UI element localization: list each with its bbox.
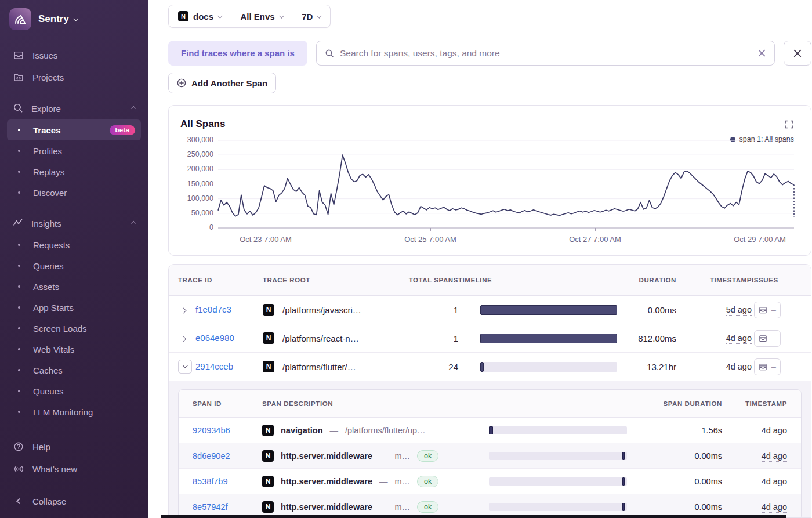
timeline-track[interactable]: [489, 452, 627, 460]
timestamp-value[interactable]: 4d ago: [762, 451, 787, 462]
sidebar-item-help[interactable]: Help: [7, 436, 141, 458]
chevron-down-icon: [317, 13, 322, 18]
sidebar-item-llm-monitoring[interactable]: LLM Monitoring: [7, 401, 141, 422]
column-header-total-spans: Total Spans: [404, 277, 458, 284]
issues-button[interactable]: –: [754, 358, 781, 375]
column-header-span-description: Span Description: [262, 400, 489, 407]
y-tick-label: 0: [169, 223, 213, 231]
sidebar-group-items-insights: RequestsQueriesAssetsApp StartsScreen Lo…: [7, 234, 141, 422]
timeline-track[interactable]: [480, 334, 617, 343]
sidebar-item-what-s-new[interactable]: What's new: [7, 458, 141, 480]
date-range-value: 7D: [302, 12, 313, 21]
span-description-value: /platforms/flutter/up…: [345, 426, 426, 435]
trace-id-link[interactable]: 2914cceb: [195, 361, 233, 371]
collapse-row-button[interactable]: [178, 360, 192, 374]
separator: —: [330, 426, 339, 435]
chevron-right-icon[interactable]: [181, 308, 187, 314]
timestamp-value[interactable]: 4d ago: [726, 334, 752, 344]
issue-box-icon: [759, 306, 767, 314]
issues-button[interactable]: –: [754, 330, 781, 347]
bottom-bar: [161, 515, 786, 518]
timeline-track[interactable]: [480, 362, 617, 372]
sidebar-item-label: Traces: [33, 125, 61, 135]
table-row: f1e0d7c3N/platforms/javascri…10.00ms5d a…: [169, 296, 811, 324]
trace-id-link[interactable]: f1e0d7c3: [195, 305, 231, 314]
timeline-cell: [489, 426, 635, 434]
sidebar-item-traces[interactable]: Tracesbeta: [7, 119, 141, 140]
timestamp-value[interactable]: 5d ago: [726, 305, 752, 316]
timeline-cell: [489, 477, 635, 486]
timestamp-value[interactable]: 4d ago: [762, 477, 787, 487]
main-content: N docs All Envs 7D Find traces where a s…: [148, 0, 812, 518]
span-id-link[interactable]: 8e57942f: [193, 502, 227, 512]
timeline-track[interactable]: [480, 305, 617, 315]
sidebar-group-insights[interactable]: Insights: [7, 212, 141, 234]
span-id-cell: 8538f7b9: [193, 476, 262, 487]
span-description-cell: Nnavigation—/platforms/flutter/up…: [262, 425, 489, 436]
sidebar-item-profiles[interactable]: Profiles: [7, 140, 141, 161]
project-selector[interactable]: N docs: [169, 5, 231, 27]
issue-box-icon: [759, 363, 767, 371]
sidebar-item-queues[interactable]: Queues: [7, 381, 141, 401]
timestamp-value[interactable]: 4d ago: [762, 426, 787, 436]
timestamp-cell: 4d ago: [722, 451, 787, 461]
fullscreen-icon[interactable]: [785, 120, 793, 131]
clear-search-icon[interactable]: [757, 49, 766, 57]
issues-button[interactable]: –: [754, 302, 781, 318]
environment-selector-value: All Envs: [241, 12, 275, 21]
separator: —: [379, 502, 388, 512]
sidebar-item-web-vitals[interactable]: Web Vitals: [7, 339, 141, 360]
timeline-track[interactable]: [489, 426, 627, 434]
timeline-track[interactable]: [489, 477, 627, 486]
timestamp-value[interactable]: 4d ago: [762, 502, 787, 513]
find-traces-chip: Find traces where a span is: [168, 41, 307, 66]
duration-cell: 13.21hr: [617, 362, 676, 372]
span-description-cell: Nhttp.server.middleware—m…ok: [262, 501, 489, 513]
sidebar-item-discover[interactable]: Discover: [7, 182, 141, 203]
span-id-link[interactable]: 8d6e90e2: [193, 451, 230, 461]
issues-cell: –: [752, 302, 802, 318]
sidebar-item-queries[interactable]: Queries: [7, 255, 141, 276]
add-another-span-button[interactable]: Add Another Span: [168, 73, 276, 93]
sidebar: Sentry IssuesProjectsExploreTracesbetaPr…: [0, 0, 148, 518]
span-search-input[interactable]: [340, 48, 752, 59]
org-switcher[interactable]: Sentry: [38, 13, 77, 25]
remove-span-condition-button[interactable]: [784, 41, 811, 66]
date-range-selector[interactable]: 7D: [292, 5, 330, 27]
span-description-cell: Nhttp.server.middleware—m…ok: [262, 476, 489, 487]
trace-id-cell: 2914cceb: [195, 361, 263, 372]
timestamp-cell: 4d ago: [722, 426, 787, 435]
sidebar-item-replays[interactable]: Replays: [7, 161, 141, 182]
chevron-right-icon[interactable]: [181, 336, 187, 342]
timeline-fill-bar: [480, 334, 617, 343]
sidebar-item-assets[interactable]: Assets: [7, 276, 141, 297]
sidebar-item-caches[interactable]: Caches: [7, 360, 141, 381]
duration-cell: 812.00ms: [617, 334, 676, 343]
whats-new-icon: [13, 463, 24, 474]
sidebar-item-screen-loads[interactable]: Screen Loads: [7, 318, 141, 339]
expander-cell: [178, 305, 195, 315]
trace-id-cell: f1e0d7c3: [195, 305, 263, 315]
timestamp-value[interactable]: 4d ago: [726, 362, 752, 372]
y-tick-label: 50,000: [169, 209, 213, 217]
bullet-icon: [13, 390, 25, 392]
trace-id-link[interactable]: e064e980: [195, 333, 234, 343]
sidebar-header: Sentry: [7, 7, 141, 38]
chart-title: All Spans: [180, 118, 225, 130]
timeline-fill-bar: [480, 305, 617, 315]
timeline-track[interactable]: [489, 503, 627, 511]
sidebar-item-label: LLM Monitoring: [33, 407, 93, 417]
sidebar-group-explore[interactable]: Explore: [7, 97, 141, 119]
sidebar-item-requests[interactable]: Requests: [7, 234, 141, 255]
span-id-link[interactable]: 920934b6: [193, 426, 230, 435]
x-tick-label: Oct 27 7:00 AM: [569, 235, 621, 244]
sidebar-item-issues[interactable]: Issues: [7, 44, 141, 66]
environment-selector[interactable]: All Envs: [231, 5, 292, 27]
sidebar-item-app-starts[interactable]: App Starts: [7, 297, 141, 318]
sidebar-item-projects[interactable]: Projects: [7, 66, 141, 88]
span-table-panel: Span IDSpan DescriptionSpan DurationTime…: [178, 389, 802, 518]
sidebar-collapse-button[interactable]: Collapse: [7, 490, 141, 512]
timeline-cell: [489, 452, 635, 460]
span-op-name: http.server.middleware: [281, 451, 372, 461]
span-id-link[interactable]: 8538f7b9: [193, 477, 227, 486]
